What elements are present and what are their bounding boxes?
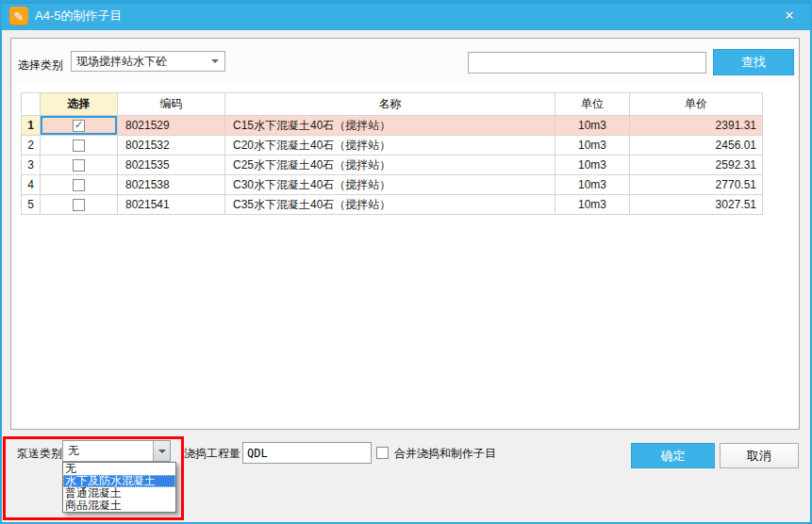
price-cell[interactable]: 2391.31 [630, 116, 763, 136]
chevron-down-icon [211, 59, 219, 63]
pump-category-value: 无 [68, 443, 79, 459]
name-cell[interactable]: C35水下混凝土40石（搅拌站） [225, 195, 555, 215]
row-number-cell[interactable]: 4 [22, 175, 41, 195]
pump-option-item[interactable]: 无 [63, 463, 175, 475]
row-checkbox[interactable] [73, 159, 85, 172]
dialog-window: ✎ A4-5的制作子目 ✕ 选择类别 现场搅拌站水下砼 查找 选择 [0, 0, 812, 524]
pump-option-item[interactable]: 商品混凝土 [63, 499, 175, 512]
find-button[interactable]: 查找 [713, 49, 794, 75]
code-cell[interactable]: 8021529 [118, 116, 225, 136]
table-row[interactable]: 4 8021538 C30水下混凝土40石（搅拌站） 10m3 2770.51 [22, 175, 763, 195]
header-code[interactable]: 编码 [118, 93, 225, 116]
table-row[interactable]: 2 8021532 C20水下混凝土40石（搅拌站） 10m3 2456.01 [22, 136, 763, 156]
header-name[interactable]: 名称 [225, 93, 555, 116]
name-cell[interactable]: C20水下混凝土40石（搅拌站） [225, 136, 555, 156]
select-cell[interactable] [41, 136, 118, 156]
row-number-cell[interactable]: 3 [22, 156, 41, 175]
close-icon[interactable]: ✕ [778, 6, 801, 26]
code-cell[interactable]: 8021535 [118, 156, 225, 175]
row-number-cell[interactable]: 1 [22, 116, 41, 136]
quantity-label: 浇捣工程量 [184, 446, 240, 462]
row-number-cell[interactable]: 5 [22, 195, 41, 215]
items-table: 选择 编码 名称 单位 单价 1 8021529 C15水下混凝土40石（搅拌站… [21, 92, 763, 215]
pump-category-label: 泵送类别 [17, 446, 62, 462]
row-checkbox[interactable] [73, 139, 85, 152]
category-value: 现场搅拌站水下砼 [76, 54, 167, 70]
unit-cell[interactable]: 10m3 [555, 136, 630, 156]
header-price[interactable]: 单价 [630, 93, 763, 116]
main-panel: 选择类别 现场搅拌站水下砼 查找 选择 编码 名称 单位 [10, 38, 800, 430]
pump-options-list: 无水下及防水混凝土普通混凝土商品混凝土 [62, 462, 176, 513]
category-label: 选择类别 [18, 57, 63, 74]
ok-button[interactable]: 确定 [631, 443, 715, 468]
category-dropdown[interactable]: 现场搅拌站水下砼 [71, 51, 225, 72]
unit-cell[interactable]: 10m3 [555, 195, 630, 215]
code-cell[interactable]: 8021541 [118, 195, 225, 215]
row-checkbox[interactable] [73, 179, 85, 191]
pump-category-dropdown[interactable]: 无 [62, 440, 171, 462]
name-cell[interactable]: C15水下混凝土40石（搅拌站） [225, 116, 555, 136]
app-icon: ✎ [9, 7, 28, 25]
price-cell[interactable]: 2770.51 [630, 175, 763, 195]
titlebar: ✎ A4-5的制作子目 ✕ [2, 2, 810, 30]
merge-checkbox-label[interactable]: 合并浇捣和制作子目 [394, 446, 496, 462]
table-body: 1 8021529 C15水下混凝土40石（搅拌站） 10m3 2391.31 … [22, 116, 763, 215]
row-number-cell[interactable]: 2 [22, 136, 41, 156]
unit-cell[interactable]: 10m3 [555, 156, 630, 175]
table-row[interactable]: 1 8021529 C15水下混凝土40石（搅拌站） 10m3 2391.31 [22, 116, 763, 136]
merge-checkbox[interactable] [376, 447, 389, 459]
pump-option-item[interactable]: 普通混凝土 [63, 487, 175, 499]
select-cell[interactable] [41, 195, 118, 215]
cancel-button[interactable]: 取消 [720, 443, 799, 468]
window-title: A4-5的制作子目 [35, 8, 122, 25]
unit-cell[interactable]: 10m3 [555, 116, 630, 136]
pump-option-item[interactable]: 水下及防水混凝土 [63, 475, 175, 487]
select-cell[interactable] [41, 156, 118, 175]
search-input[interactable] [468, 52, 706, 74]
price-cell[interactable]: 2456.01 [630, 136, 763, 156]
name-cell[interactable]: C25水下混凝土40石（搅拌站） [225, 156, 555, 175]
name-cell[interactable]: C30水下混凝土40石（搅拌站） [225, 175, 555, 195]
chevron-down-icon[interactable] [153, 441, 170, 461]
row-checkbox[interactable] [73, 120, 85, 132]
unit-cell[interactable]: 10m3 [555, 175, 630, 195]
select-cell[interactable] [41, 175, 118, 195]
header-unit[interactable]: 单位 [555, 93, 630, 116]
table-row[interactable]: 3 8021535 C25水下混凝土40石（搅拌站） 10m3 2592.31 [22, 156, 763, 175]
row-checkbox[interactable] [73, 199, 85, 211]
quantity-input[interactable] [242, 442, 372, 464]
price-cell[interactable]: 3027.51 [630, 195, 763, 215]
corner-header [22, 93, 41, 116]
price-cell[interactable]: 2592.31 [630, 156, 763, 175]
grid-area: 选择 编码 名称 单位 单价 1 8021529 C15水下混凝土40石（搅拌站… [12, 82, 798, 428]
select-cell[interactable] [41, 116, 118, 136]
code-cell[interactable]: 8021532 [118, 136, 225, 156]
table-row[interactable]: 5 8021541 C35水下混凝土40石（搅拌站） 10m3 3027.51 [22, 195, 763, 215]
header-select[interactable]: 选择 [41, 93, 118, 116]
table-header-row: 选择 编码 名称 单位 单价 [22, 93, 763, 116]
code-cell[interactable]: 8021538 [118, 175, 225, 195]
